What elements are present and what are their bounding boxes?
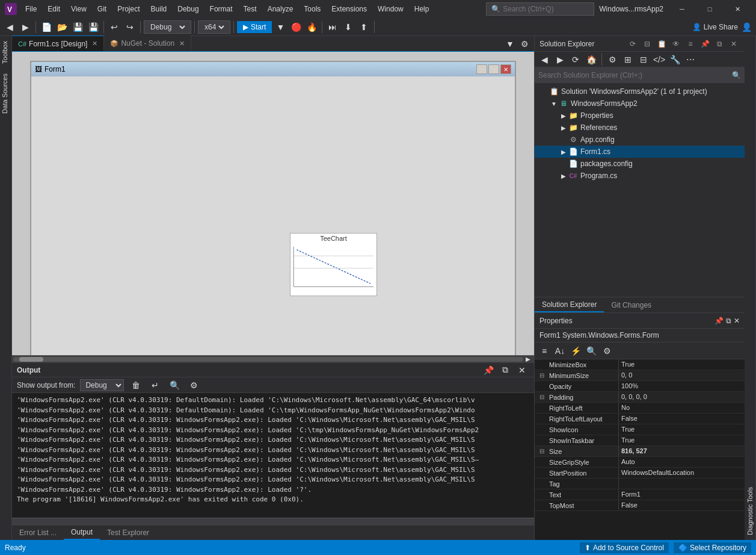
close-button[interactable]: ✕ bbox=[724, 0, 751, 18]
prop-row-9[interactable]: SizeGripStyle Auto bbox=[535, 457, 745, 468]
props-search-button[interactable]: 🔍 bbox=[584, 344, 598, 358]
prop-row-12[interactable]: Text Form1 bbox=[535, 489, 745, 500]
prop-row-2[interactable]: Opacity 100% bbox=[535, 381, 745, 392]
tab-dropdown-button[interactable]: ▼ bbox=[503, 37, 517, 51]
se-home-button[interactable]: 🏠 bbox=[584, 52, 598, 67]
tab-close-0[interactable]: ✕ bbox=[92, 40, 97, 48]
form-restore-btn[interactable]: □ bbox=[488, 64, 499, 74]
output-source-select[interactable]: Debug Build General bbox=[80, 379, 124, 391]
save-button[interactable]: 💾 bbox=[70, 20, 85, 34]
tree-arrow[interactable]: ▶ bbox=[559, 125, 568, 131]
tab-settings-button[interactable]: ⚙ bbox=[517, 37, 532, 51]
save-all-button[interactable]: 💾 bbox=[86, 20, 100, 34]
se-tab-git-changes[interactable]: Git Changes bbox=[604, 299, 659, 312]
menu-view[interactable]: View bbox=[66, 2, 91, 16]
output-find[interactable]: 🔍 bbox=[167, 378, 182, 392]
prop-value[interactable]: 100% bbox=[619, 381, 745, 391]
start-dropdown[interactable]: ▼ bbox=[273, 20, 287, 34]
prop-row-4[interactable]: RightToLeft No bbox=[535, 403, 745, 414]
se-properties-button[interactable]: 📋 bbox=[656, 38, 668, 50]
forward-button[interactable]: ▶ bbox=[18, 20, 32, 34]
clear-output-button[interactable]: 🗑 bbox=[129, 378, 143, 392]
menu-build[interactable]: Build bbox=[146, 2, 172, 16]
toolbox-tab[interactable]: Toolbox bbox=[0, 36, 11, 69]
platform-dropdown[interactable]: x64 x86 bbox=[198, 20, 230, 34]
expand-icon[interactable] bbox=[539, 383, 547, 389]
menu-help[interactable]: Help bbox=[410, 2, 434, 16]
step-in-button[interactable]: ⬇ bbox=[341, 20, 355, 34]
props-pin-button[interactable]: 📌 bbox=[715, 317, 724, 325]
prop-value[interactable]: 816, 527 bbox=[619, 446, 745, 456]
search-box[interactable]: 🔍 bbox=[486, 2, 594, 16]
prop-value[interactable]: 0, 0 bbox=[619, 370, 745, 380]
prop-value[interactable]: WindowsDefaultLocation bbox=[619, 468, 745, 478]
form-close-btn[interactable]: ✕ bbox=[500, 64, 511, 74]
prop-row-7[interactable]: ShowInTaskbar True bbox=[535, 435, 745, 446]
platform-select[interactable]: x64 x86 bbox=[202, 22, 226, 32]
props-alphabetical-button[interactable]: A↓ bbox=[553, 344, 567, 358]
menu-file[interactable]: File bbox=[20, 2, 41, 16]
start-button[interactable]: ▶ Start bbox=[237, 21, 272, 33]
prop-row-13[interactable]: TopMost False bbox=[535, 500, 745, 511]
expand-icon[interactable] bbox=[539, 426, 547, 433]
hot-reload-button[interactable]: 🔥 bbox=[304, 20, 319, 34]
prop-row-10[interactable]: StartPosition WindowsDefaultLocation bbox=[535, 468, 745, 479]
tree-arrow[interactable]: ▶ bbox=[559, 149, 568, 155]
expand-icon[interactable] bbox=[539, 470, 547, 476]
se-expand-button[interactable]: ⊞ bbox=[621, 52, 635, 67]
menu-project[interactable]: Project bbox=[112, 2, 144, 16]
profile-button[interactable]: 👤 bbox=[739, 20, 754, 34]
diagnostic-tools-sidebar[interactable]: Diagnostic Tools bbox=[745, 36, 756, 540]
menu-git[interactable]: Git bbox=[93, 2, 111, 16]
config-dropdown[interactable]: Debug Release bbox=[144, 20, 191, 34]
tab-close-1[interactable]: ✕ bbox=[179, 40, 185, 48]
tree-item-0[interactable]: 📋 Solution 'WindowsFormsApp2' (1 of 1 pr… bbox=[535, 85, 745, 98]
tab-test-explorer[interactable]: Test Explorer bbox=[100, 526, 156, 539]
tree-item-5[interactable]: ▶ 📄 Form1.cs bbox=[535, 146, 745, 158]
se-collapse-button[interactable]: ⊟ bbox=[641, 38, 653, 50]
search-input[interactable] bbox=[503, 5, 581, 13]
tab-error-list[interactable]: Error List ... bbox=[12, 526, 64, 539]
step-out-button[interactable]: ⬆ bbox=[357, 20, 371, 34]
expand-icon[interactable] bbox=[539, 437, 547, 444]
se-settings-button[interactable]: ⚙ bbox=[605, 52, 619, 67]
props-events-button[interactable]: ⚡ bbox=[568, 344, 583, 358]
redo-button[interactable]: ↪ bbox=[123, 20, 137, 34]
minimize-button[interactable]: ─ bbox=[668, 0, 696, 18]
expand-icon[interactable]: ⊟ bbox=[539, 372, 547, 379]
se-code-button[interactable]: </> bbox=[652, 52, 666, 67]
menu-debug[interactable]: Debug bbox=[173, 2, 203, 16]
se-close-button[interactable]: ✕ bbox=[728, 38, 740, 50]
add-to-source-control-button[interactable]: ⬆ Add to Source Control bbox=[580, 542, 669, 553]
prop-row-8[interactable]: ⊟Size 816, 527 bbox=[535, 446, 745, 457]
se-more-button[interactable]: ⋯ bbox=[683, 52, 698, 67]
se-filter-button[interactable]: ≡ bbox=[684, 38, 696, 50]
tab-form1-design[interactable]: C# Form1.cs [Design] ✕ bbox=[12, 36, 104, 51]
data-sources-tab[interactable]: Data Sources bbox=[0, 69, 11, 119]
select-repository-button[interactable]: 🔷 Select Repository bbox=[674, 542, 751, 553]
tree-item-6[interactable]: 📄 packages.config bbox=[535, 158, 745, 170]
undo-button[interactable]: ↩ bbox=[107, 20, 121, 34]
se-search-input[interactable] bbox=[538, 71, 732, 79]
menu-tools[interactable]: Tools bbox=[299, 2, 325, 16]
live-share-button[interactable]: 👤 Live Share bbox=[692, 23, 738, 31]
tree-arrow[interactable]: ▶ bbox=[559, 113, 568, 119]
expand-icon[interactable] bbox=[539, 491, 547, 498]
menu-test[interactable]: Test bbox=[239, 2, 262, 16]
se-props2-button[interactable]: 🔧 bbox=[668, 52, 682, 67]
expand-icon[interactable] bbox=[539, 405, 547, 411]
tree-item-3[interactable]: ▶ 📁 References bbox=[535, 122, 745, 134]
se-back-button[interactable]: ◀ bbox=[537, 52, 552, 67]
prop-row-3[interactable]: ⊟Padding 0, 0, 0, 0 bbox=[535, 392, 745, 403]
expand-icon[interactable] bbox=[539, 361, 547, 368]
prop-value[interactable]: True bbox=[619, 359, 745, 370]
design-scroll-horizontal[interactable]: ▶ bbox=[12, 355, 534, 362]
prop-value[interactable]: Form1 bbox=[619, 489, 745, 500]
form-minimize-btn[interactable]: ─ bbox=[476, 64, 487, 74]
config-select[interactable]: Debug Release bbox=[148, 22, 187, 32]
se-tab-solution-explorer[interactable]: Solution Explorer bbox=[535, 298, 604, 312]
tree-item-2[interactable]: ▶ 📁 Properties bbox=[535, 110, 745, 122]
attach-button[interactable]: 🔴 bbox=[289, 20, 303, 34]
expand-icon[interactable]: ⊟ bbox=[539, 448, 547, 454]
tree-item-1[interactable]: ▼ 🖥 WindowsFormsApp2 bbox=[535, 98, 745, 110]
